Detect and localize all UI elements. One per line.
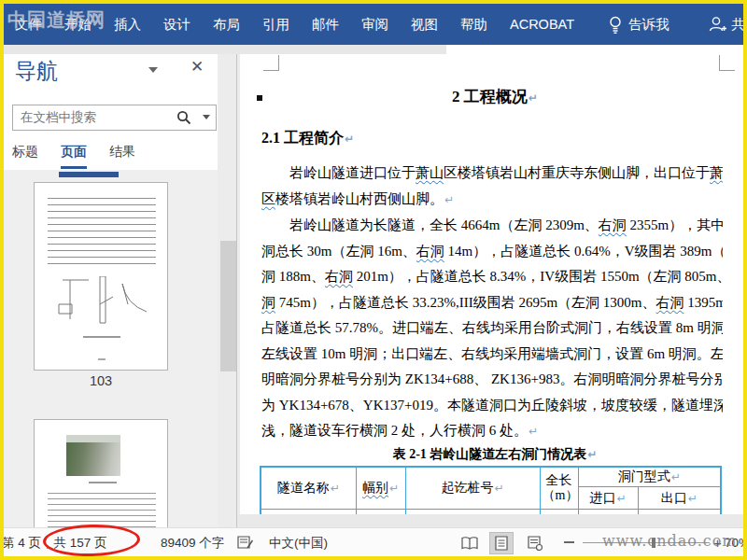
page-thumbnail-103[interactable] bbox=[34, 182, 168, 371]
document-content: 2 工程概况↵2.1 工程简介↵岩岭山隧道进口位于萧山区楼塔镇岩山村重庆寺东侧山… bbox=[261, 84, 728, 514]
language-indicator[interactable]: 中文(中国) bbox=[269, 528, 328, 557]
table-header-name: 隧道名称↵ bbox=[261, 467, 356, 510]
ribbon-tab-8[interactable]: 视图 bbox=[400, 4, 449, 45]
doc-line: 为 YK134+678、YK137+019。本隧道洞口为丘陵斜坡，坡度较缓，隧道… bbox=[261, 393, 723, 419]
read-mode-button[interactable] bbox=[458, 532, 482, 554]
thumbnail-previous-page-sliver[interactable] bbox=[59, 172, 119, 177]
crop-mark-top-left bbox=[263, 55, 279, 71]
navigation-scrollbar-thumb[interactable] bbox=[220, 241, 236, 371]
web-layout-icon bbox=[528, 536, 543, 551]
doc-line: 浅，隧道设车行横洞 2 处，人行横洞 6 处。↵ bbox=[261, 418, 723, 445]
thumbnail-page-number bbox=[98, 358, 106, 360]
table-header-side: 幅别↵ bbox=[356, 467, 405, 510]
thumbnail-photo-caption bbox=[89, 482, 117, 483]
ribbon-tab-10[interactable]: ACROBAT bbox=[499, 4, 585, 45]
zoom-out-button[interactable] bbox=[564, 541, 574, 543]
tell-me-button[interactable]: 告诉我 bbox=[609, 4, 669, 45]
table-header-portal-type: 洞门型式↵ bbox=[578, 467, 721, 487]
crop-mark-top-right bbox=[719, 55, 735, 71]
doc-line: 占隧道总长 57.78%。进口端左、右线均采用台阶式洞门，右线设置 8m 明洞， bbox=[261, 315, 723, 342]
share-label: 共享 bbox=[731, 16, 743, 34]
watermark-bottom: www.cndao.com bbox=[602, 532, 738, 550]
ribbon-tab-4[interactable]: 布局 bbox=[202, 4, 251, 45]
navigation-tabs: 标题页面结果 bbox=[12, 144, 135, 169]
navigation-pane-title: 导航 bbox=[15, 57, 58, 86]
ribbon-tab-2[interactable]: 插入 bbox=[103, 4, 152, 45]
lightbulb-icon bbox=[609, 16, 622, 34]
doc-line: 洞 188m、右洞 201m），占隧道总长 8.34%，IV级围岩 1550m（… bbox=[261, 264, 723, 290]
table-header-portal-out: 出口↵ bbox=[638, 487, 721, 510]
doc-line: 左线设置 10m 明洞；出口端左、右线均采用端墙式洞门，设置 6m 明洞。左洞 bbox=[261, 342, 723, 368]
proofing-icon[interactable] bbox=[237, 536, 254, 553]
print-layout-icon bbox=[495, 536, 508, 551]
thumbnail-diagram bbox=[53, 276, 150, 329]
thumbnail-label-103: 103 bbox=[34, 373, 168, 388]
page-thumbnail-list[interactable]: 103 bbox=[4, 170, 236, 531]
page-thumbnail-104[interactable] bbox=[34, 419, 168, 531]
doc-line: 洞总长 30m（左洞 16m、右洞 14m），占隧道总长 0.64%，V级围岩 … bbox=[261, 239, 723, 265]
doc-h2: 2.1 工程简介↵ bbox=[261, 126, 728, 151]
search-options-chevron-down-icon[interactable] bbox=[203, 115, 210, 119]
search-placeholder: 在文档中搜索 bbox=[21, 105, 96, 130]
navigation-options-chevron-down-icon[interactable] bbox=[148, 67, 158, 73]
watermark-top: 中国道桥网 bbox=[7, 7, 106, 33]
doc-line: 明暗洞分界桩号分别为 ZK134+688、 ZK136+983。右洞明暗洞分界桩… bbox=[261, 367, 723, 393]
tunnel-portal-table[interactable]: 隧道名称↵幅别↵起讫桩号↵全长（m）↵洞门型式↵进口↵出口↵右洞↵YK134+6… bbox=[260, 466, 722, 515]
navigation-pane-close-icon[interactable]: ✕ bbox=[190, 58, 204, 77]
ribbon-tab-6[interactable]: 邮件 bbox=[301, 4, 350, 45]
table-header-stake: 起讫桩号↵ bbox=[405, 467, 540, 510]
nav-tab-0[interactable]: 标题 bbox=[12, 144, 38, 169]
table-header-portal-in: 进口↵ bbox=[578, 487, 638, 510]
ribbon-shadow-band bbox=[4, 45, 446, 54]
tell-me-label: 告诉我 bbox=[628, 16, 669, 34]
table-header-length: 全长（m）↵ bbox=[540, 467, 578, 510]
navigation-pane: 导航 ✕ 在文档中搜索 标题页面结果 bbox=[4, 45, 236, 531]
ribbon-tab-7[interactable]: 审阅 bbox=[350, 4, 400, 45]
thumbnail-text-lines bbox=[48, 198, 156, 269]
doc-line: 洞 745m），占隧道总长 33.23%,III级围岩 2695m（左洞 130… bbox=[261, 290, 723, 316]
search-input[interactable]: 在文档中搜索 bbox=[12, 105, 217, 131]
web-layout-button[interactable] bbox=[523, 532, 547, 554]
nav-tab-1[interactable]: 页面 bbox=[61, 144, 87, 169]
nav-tab-2[interactable]: 结果 bbox=[109, 144, 135, 169]
thumbnail-photo bbox=[66, 435, 120, 476]
share-button[interactable]: 共享 bbox=[708, 4, 743, 45]
ribbon-tab-3[interactable]: 设计 bbox=[152, 4, 202, 45]
book-icon bbox=[461, 537, 478, 550]
search-icon[interactable] bbox=[176, 110, 191, 129]
document-bottom-scroll-band bbox=[237, 514, 747, 527]
doc-cap: 表 2-1 岩岭山隧道左右洞门情况表↵ bbox=[261, 445, 728, 464]
doc-line: 岩岭山隧道进口位于萧山区楼塔镇岩山村重庆寺东侧山脚，出口位于萧山 bbox=[261, 161, 723, 187]
document-page[interactable]: 2 工程概况↵2.1 工程简介↵岩岭山隧道进口位于萧山区楼塔镇岩山村重庆寺东侧山… bbox=[237, 45, 747, 514]
pane-separator bbox=[236, 45, 237, 531]
person-add-icon bbox=[708, 16, 726, 33]
ribbon-tab-bar: 文件开始插入设计布局引用邮件审阅视图帮助ACROBAT 告诉我 共享 bbox=[4, 4, 743, 45]
ribbon-tab-9[interactable]: 帮助 bbox=[449, 4, 499, 45]
doc-h1: 2 工程概况↵ bbox=[261, 84, 728, 111]
thumbnail-figure-caption bbox=[83, 336, 120, 338]
print-layout-button[interactable] bbox=[489, 532, 514, 554]
doc-line: 岩岭山隧道为长隧道，全长 4664m（左洞 2309m、右洞 2355m），其中… bbox=[261, 213, 723, 239]
word-count[interactable]: 89409 个字 bbox=[161, 528, 224, 557]
ribbon-tab-5[interactable]: 引用 bbox=[251, 4, 301, 45]
doc-line: 区楼塔镇岩岭山村西侧山脚。↵ bbox=[261, 187, 723, 214]
